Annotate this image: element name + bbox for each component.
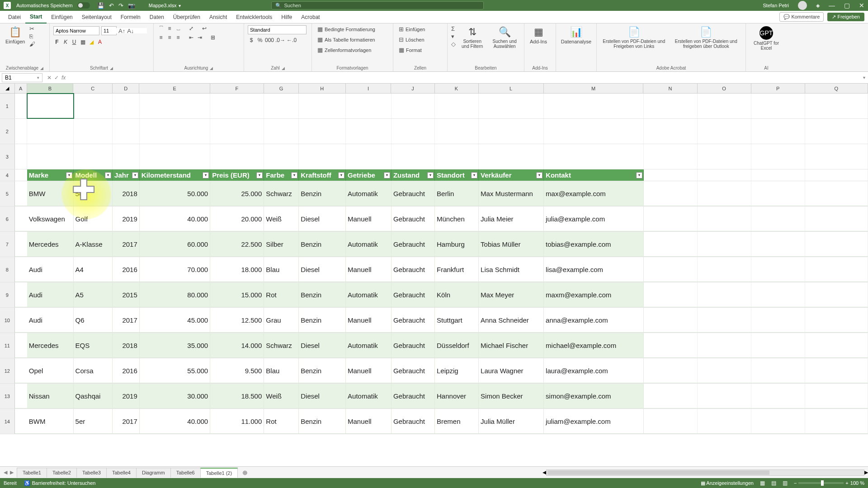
- cell[interactable]: [644, 409, 698, 434]
- cell[interactable]: [698, 333, 751, 358]
- cell[interactable]: 18.000: [210, 257, 264, 282]
- cell[interactable]: Gebraucht: [392, 358, 435, 383]
- col-header-I[interactable]: I: [346, 84, 392, 93]
- minimize-button[interactable]: ―: [829, 2, 835, 9]
- create-pdf-outlook-button[interactable]: 📄Erstellen von PDF-Dateien und freigeben…: [670, 25, 742, 50]
- cell[interactable]: Gebraucht: [392, 282, 435, 307]
- cell[interactable]: [805, 333, 868, 358]
- cell[interactable]: Automatik: [346, 282, 392, 307]
- cell[interactable]: 9.500: [210, 358, 264, 383]
- cell[interactable]: Golf: [74, 206, 113, 231]
- cell[interactable]: [698, 181, 751, 206]
- cell[interactable]: lisa@example.com: [544, 257, 644, 282]
- align-bottom-icon[interactable]: ⎵: [175, 25, 182, 32]
- cell[interactable]: [74, 144, 113, 169]
- format-painter-icon[interactable]: 🖌: [29, 41, 35, 47]
- align-middle-icon[interactable]: ≡: [166, 25, 173, 32]
- cell[interactable]: [644, 181, 698, 206]
- cell[interactable]: Volkswagen: [27, 206, 74, 231]
- cell[interactable]: 2019: [113, 384, 140, 408]
- zoom-out-icon[interactable]: −: [794, 480, 797, 486]
- cell[interactable]: Farbe▾: [264, 169, 299, 181]
- cell[interactable]: [544, 94, 644, 118]
- cell[interactable]: Manuell: [346, 358, 392, 383]
- cell[interactable]: [346, 94, 392, 118]
- row-header[interactable]: 4: [0, 169, 15, 181]
- cell[interactable]: Tobias Müller: [479, 232, 544, 257]
- camera-icon[interactable]: 📷: [128, 2, 135, 9]
- row-header[interactable]: 8: [0, 257, 15, 282]
- cell[interactable]: Michael Fischer: [479, 333, 544, 358]
- cell[interactable]: Benzin: [299, 232, 346, 257]
- page-break-view-icon[interactable]: ▥: [783, 480, 788, 486]
- font-name-input[interactable]: [53, 26, 99, 35]
- cell[interactable]: Gebraucht: [392, 384, 435, 408]
- cell[interactable]: Audi: [27, 257, 74, 282]
- cell[interactable]: [698, 257, 751, 282]
- cell[interactable]: Kilometerstand▾: [140, 169, 210, 181]
- scroll-right-icon[interactable]: ▶: [864, 469, 868, 475]
- filter-icon[interactable]: ▾: [256, 172, 263, 178]
- cell[interactable]: [698, 308, 751, 333]
- cell[interactable]: Gebraucht: [392, 232, 435, 257]
- cell[interactable]: [544, 119, 644, 144]
- cell[interactable]: 45.000: [140, 308, 210, 333]
- cell[interactable]: A5: [74, 282, 113, 307]
- cell[interactable]: [27, 144, 74, 169]
- decimal-inc-icon[interactable]: .0→: [275, 37, 285, 43]
- cell[interactable]: [210, 94, 264, 118]
- cell[interactable]: Anna Schneider: [479, 308, 544, 333]
- indent-decrease-icon[interactable]: ⇤: [188, 34, 195, 41]
- cell[interactable]: [805, 384, 868, 408]
- cell[interactable]: [210, 144, 264, 169]
- cell[interactable]: Manuell: [346, 206, 392, 231]
- cell[interactable]: Julia Meier: [479, 206, 544, 231]
- italic-icon[interactable]: K: [62, 39, 69, 45]
- cell[interactable]: Leipzig: [435, 358, 479, 383]
- cell[interactable]: [751, 409, 805, 434]
- cell[interactable]: [392, 144, 435, 169]
- cell[interactable]: [698, 119, 751, 144]
- prev-sheet-icon[interactable]: ◀: [4, 469, 7, 475]
- copy-icon[interactable]: ⎘: [29, 33, 35, 40]
- cell[interactable]: München: [435, 206, 479, 231]
- tab-datei[interactable]: Datei: [4, 11, 25, 23]
- autosum-icon[interactable]: Σ: [451, 25, 456, 32]
- tab-acrobat[interactable]: Acrobat: [297, 11, 324, 23]
- cell[interactable]: 2016: [113, 358, 140, 383]
- data-analysis-button[interactable]: 📊Datenanalyse: [560, 25, 593, 45]
- cell[interactable]: [751, 257, 805, 282]
- cell[interactable]: Stuttgart: [435, 308, 479, 333]
- cell[interactable]: Rot: [264, 282, 299, 307]
- cell[interactable]: [805, 119, 868, 144]
- number-format-select[interactable]: [248, 25, 307, 34]
- cell[interactable]: [698, 358, 751, 383]
- next-sheet-icon[interactable]: ▶: [10, 469, 14, 475]
- col-header-K[interactable]: K: [435, 84, 479, 93]
- cell[interactable]: [644, 257, 698, 282]
- share-button[interactable]: ↗ Freigeben: [827, 13, 864, 21]
- cell[interactable]: 25.000: [210, 181, 264, 206]
- paste-button[interactable]: 📋Einfügen: [4, 25, 27, 45]
- cell[interactable]: [751, 181, 805, 206]
- cell[interactable]: [644, 94, 698, 118]
- close-button[interactable]: ✕: [859, 2, 864, 9]
- filter-icon[interactable]: ▾: [427, 172, 434, 178]
- cell[interactable]: [805, 358, 868, 383]
- cell[interactable]: Automatik: [346, 333, 392, 358]
- cell[interactable]: [805, 257, 868, 282]
- cell[interactable]: Jahr▾: [113, 169, 140, 181]
- cell[interactable]: 11.000: [210, 409, 264, 434]
- cell[interactable]: [698, 282, 751, 307]
- cell[interactable]: [479, 144, 544, 169]
- cell[interactable]: 80.000: [140, 282, 210, 307]
- cell[interactable]: [15, 384, 27, 408]
- underline-icon[interactable]: U: [71, 39, 78, 45]
- format-cells-button[interactable]: ▦Format: [397, 46, 424, 54]
- comments-button[interactable]: 💬 Kommentare: [779, 12, 824, 22]
- cell[interactable]: Rot: [264, 409, 299, 434]
- filter-icon[interactable]: ▾: [536, 172, 542, 178]
- fx-icon[interactable]: fx: [61, 75, 66, 81]
- cell[interactable]: 20.000: [210, 206, 264, 231]
- font-size-input[interactable]: [101, 26, 117, 35]
